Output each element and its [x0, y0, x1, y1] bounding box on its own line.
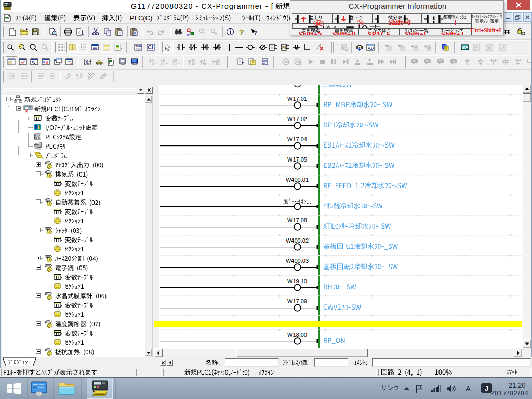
- svg-text:10: 10: [149, 58, 154, 63]
- svg-text:SMA: SMA: [135, 45, 142, 48]
- svg-text:?: ?: [254, 30, 257, 36]
- svg-text:CI: CI: [148, 45, 153, 50]
- svg-text:16: 16: [172, 58, 177, 63]
- svg-text:B: B: [215, 32, 217, 36]
- svg-text:?: ?: [239, 28, 244, 36]
- svg-text:FB: FB: [282, 46, 287, 49]
- svg-text:10: 10: [161, 58, 165, 63]
